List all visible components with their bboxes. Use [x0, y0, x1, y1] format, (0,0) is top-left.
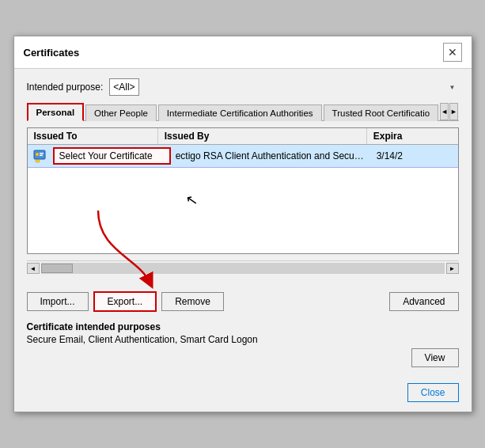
scrollbar-row: ◄ ►	[27, 260, 459, 275]
intended-purpose-select[interactable]: <All>	[109, 78, 139, 96]
buttons-row: Import... Export... Remove Advanced	[27, 291, 459, 312]
dialog-body: Intended purpose: <All> Personal Other P…	[14, 69, 472, 377]
svg-rect-4	[36, 160, 40, 162]
cert-purposes-value: Secure Email, Client Authentication, Sma…	[27, 334, 459, 345]
table-row[interactable]: Select Your Certificate ectigo RSA Clien…	[28, 145, 458, 168]
tab-personal[interactable]: Personal	[27, 103, 85, 121]
scrollbar-left-button[interactable]: ◄	[27, 263, 40, 274]
certificates-dialog: Certificates ✕ Intended purpose: <All> P…	[13, 36, 472, 412]
cursor-arrow: ↖	[184, 191, 199, 210]
title-bar: Certificates ✕	[14, 36, 472, 69]
col-issued-to: Issued To	[28, 128, 158, 144]
cert-icon	[31, 146, 50, 165]
svg-point-1	[36, 153, 39, 156]
tab-other-people[interactable]: Other People	[85, 104, 157, 121]
tab-prev-button[interactable]: ◄	[440, 103, 449, 120]
close-icon[interactable]: ✕	[443, 43, 462, 62]
import-button[interactable]: Import...	[27, 292, 89, 311]
cert-table-header: Issued To Issued By Expira	[28, 128, 458, 145]
cert-expiry: 3/14/2	[372, 149, 458, 163]
cert-purposes-section: Certificate intended purposes Secure Ema…	[27, 321, 459, 367]
close-button[interactable]: Close	[407, 383, 459, 402]
cert-table-container: Issued To Issued By Expira Select Your C…	[27, 127, 459, 254]
cert-table-empty-area: ↖	[28, 168, 458, 239]
cert-issued-by: ectigo RSA Client Authentication and Sec…	[171, 149, 372, 163]
intended-purpose-row: Intended purpose: <All>	[27, 78, 459, 96]
scrollbar-right-button[interactable]: ►	[446, 263, 459, 274]
remove-button[interactable]: Remove	[161, 292, 224, 311]
col-expiry: Expira	[367, 128, 458, 144]
export-button[interactable]: Export...	[93, 291, 157, 312]
tabs-row: Personal Other People Intermediate Certi…	[27, 102, 459, 121]
scrollbar-thumb[interactable]	[41, 264, 73, 273]
scrollbar-track[interactable]	[41, 263, 445, 274]
col-issued-by: Issued By	[158, 128, 367, 144]
tab-trusted-root[interactable]: Trusted Root Certificatio	[324, 104, 439, 121]
view-button[interactable]: View	[411, 348, 459, 367]
tab-intermediate-ca[interactable]: Intermediate Certification Authorities	[158, 104, 322, 121]
cert-purposes-bottom: View	[27, 348, 459, 367]
tab-next-button[interactable]: ►	[449, 103, 458, 120]
advanced-button[interactable]: Advanced	[389, 292, 458, 311]
dialog-title: Certificates	[24, 47, 80, 59]
cert-issued-to: Select Your Certificate	[53, 147, 171, 165]
svg-rect-2	[40, 153, 44, 154]
cert-purposes-label: Certificate intended purposes	[27, 321, 459, 332]
intended-purpose-label: Intended purpose:	[27, 82, 104, 93]
svg-rect-3	[40, 155, 43, 157]
bottom-bar: Close	[14, 377, 472, 412]
intended-purpose-select-wrapper[interactable]: <All>	[109, 78, 458, 96]
